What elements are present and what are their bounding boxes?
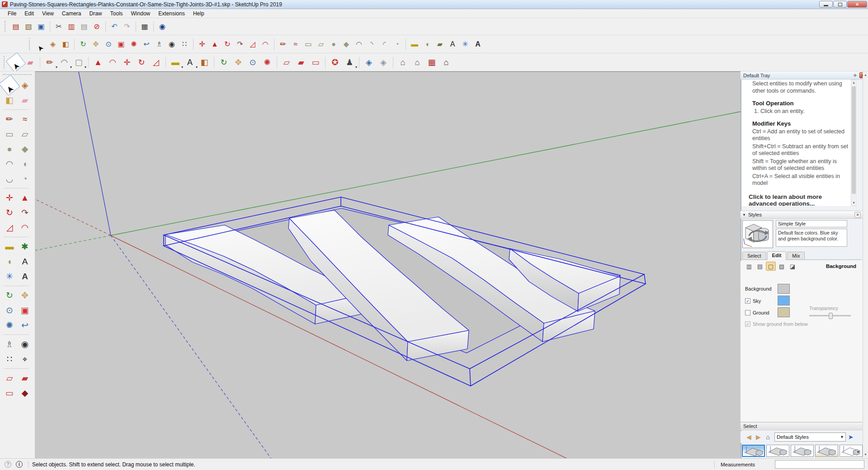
text-tool-icon[interactable]: A▾ (17, 254, 33, 269)
component-tool-icon[interactable]: ◈▾ (362, 55, 376, 70)
erase-button-icon[interactable]: ⊘▾ (90, 20, 103, 33)
tab-select[interactable]: Select (742, 252, 766, 259)
home-icon[interactable]: ⌂ (763, 432, 773, 442)
background-color-swatch[interactable] (778, 284, 790, 294)
make-component-tool-icon[interactable]: ◈▾ (17, 78, 33, 93)
offset-tool-icon[interactable]: ◠▾ (259, 38, 272, 51)
styles-close-icon[interactable]: ✕ (854, 212, 861, 218)
previous-view-tool-icon[interactable]: ↩▾ (17, 318, 33, 333)
walk-target-tool-icon[interactable]: ⌖▾ (17, 352, 33, 367)
close-button[interactable]: ✕ (847, 1, 867, 8)
eraser-tool-icon[interactable]: ▰▾ (434, 38, 446, 51)
transparency-slider[interactable] (809, 315, 851, 316)
zoom-extents-tool-icon[interactable]: ✺▾ (260, 55, 274, 70)
zoom-extents-tool-icon[interactable]: ✺▾ (127, 38, 140, 51)
background-settings-icon[interactable]: ▢ (766, 262, 776, 271)
scroll-up-icon[interactable]: ▴ (863, 72, 868, 78)
push-pull-tool-icon[interactable]: ▲▾ (17, 190, 33, 205)
menu-file[interactable]: File (4, 9, 20, 18)
zoom-window-tool-icon[interactable]: ▣▾ (115, 38, 127, 51)
orbit-tool-icon[interactable]: ↻▾ (2, 288, 17, 303)
3d-text-tool-icon[interactable]: A▾ (472, 38, 484, 51)
undo-button-icon[interactable]: ↶▾ (108, 20, 121, 33)
offset-tool-icon[interactable]: ◠▾ (105, 55, 120, 70)
follow-me-tool-icon[interactable]: ↷▾ (234, 38, 246, 51)
pie-tool-icon[interactable]: ◔▾ (391, 38, 403, 51)
toolbar-grip[interactable] (5, 21, 7, 33)
style-preview-thumbnail[interactable] (742, 220, 773, 248)
paint-bucket-tool-icon[interactable]: ◧▾ (197, 55, 212, 70)
tab-mix[interactable]: Mix (787, 252, 805, 259)
info-icon[interactable]: i (16, 461, 23, 468)
geolocation-help-icon[interactable]: ? (5, 461, 11, 468)
axes-tool-icon[interactable]: ✳▾ (2, 269, 17, 284)
rectangle-tool-icon[interactable]: ▭▾ (302, 38, 315, 51)
paint-bucket-tool-icon[interactable]: ◧▾ (2, 93, 17, 108)
tape-measure-tool-icon[interactable]: ▬▾ (168, 55, 183, 70)
rectangle-tool-icon[interactable]: ▭▾ (2, 127, 17, 141)
zoom-window-tool-icon[interactable]: ▣▾ (17, 303, 33, 318)
pin-icon[interactable]: ✛ (852, 72, 859, 78)
ground-color-swatch[interactable] (778, 307, 790, 317)
scrollbar-thumb[interactable] (852, 86, 856, 194)
style-thumbnail-4[interactable] (815, 445, 838, 457)
walk-tool-icon[interactable]: ∷▾ (2, 352, 17, 367)
ground-checkbox[interactable] (745, 310, 750, 315)
two-point-arc-tool-icon[interactable]: ◝▾ (365, 38, 378, 51)
add-location-tool-icon[interactable]: ✪▾ (328, 55, 342, 70)
rotate-tool-icon[interactable]: ↻▾ (2, 205, 17, 220)
move-tool-icon[interactable]: ✛▾ (2, 190, 17, 205)
scale-tool-icon[interactable]: ◿▾ (149, 55, 163, 70)
send-to-layout-icon[interactable]: ▦▾ (425, 55, 439, 70)
text-tool-icon[interactable]: A▾ (183, 55, 197, 70)
cut-button-icon[interactable]: ✂▾ (52, 20, 65, 33)
protractor-tool-icon[interactable]: ◖▾ (421, 38, 434, 51)
look-around-tool-icon[interactable]: ◉▾ (17, 337, 33, 352)
menu-edit[interactable]: Edit (20, 9, 38, 18)
minimize-button[interactable] (819, 1, 833, 8)
move-tool-icon[interactable]: ✛▾ (120, 55, 134, 70)
style-name-field[interactable]: Simple Style (776, 220, 847, 227)
circle-tool-icon[interactable]: ●▾ (2, 141, 17, 156)
line-tool-icon[interactable]: ✏▾ (42, 55, 57, 70)
style-thumbnail-2[interactable] (766, 445, 789, 457)
circle-tool-icon[interactable]: ●▾ (327, 38, 340, 51)
styles-panel-header[interactable]: ▼ Styles ✕ (741, 211, 863, 219)
menu-help[interactable]: Help (189, 9, 208, 18)
polygon-tool-icon[interactable]: ◆▾ (340, 38, 353, 51)
styles-collection-dropdown[interactable]: Default Styles ▼ (774, 432, 846, 442)
menu-draw[interactable]: Draw (85, 9, 106, 18)
menu-extensions[interactable]: Extensions (154, 9, 189, 18)
two-point-arc-tool-icon[interactable]: ◡▾ (2, 171, 17, 186)
axes-tool-icon[interactable]: ✳▾ (459, 38, 472, 51)
maximize-button[interactable] (833, 1, 847, 8)
section-cut-tool-icon[interactable]: ◆▾ (17, 385, 33, 400)
pan-tool-icon[interactable]: ✥▾ (231, 55, 245, 70)
section-fill-tool-icon[interactable]: ▰▾ (294, 55, 308, 70)
eraser-tool-icon[interactable]: ▰▾ (23, 55, 38, 70)
tab-edit[interactable]: Edit (767, 251, 787, 260)
zoom-tool-icon[interactable]: ⊙▾ (245, 55, 260, 70)
line-tool-icon[interactable]: ✏▾ (277, 38, 289, 51)
move-tool-icon[interactable]: ✛▾ (196, 38, 208, 51)
zoom-tool-icon[interactable]: ⊙▾ (102, 38, 115, 51)
polygon-tool-icon[interactable]: ◆▾ (17, 141, 33, 156)
freehand-tool-icon[interactable]: ≈▾ (17, 112, 33, 127)
sky-checkbox[interactable]: ✓ (745, 298, 750, 304)
freehand-tool-icon[interactable]: ≈▾ (289, 38, 302, 51)
new-button-icon[interactable]: ▤▾ (9, 20, 22, 33)
make-component-tool-icon[interactable]: ◈▾ (47, 38, 59, 51)
measurements-input[interactable] (775, 460, 864, 469)
toolbar-grip[interactable] (3, 74, 32, 76)
menu-tools[interactable]: Tools (106, 9, 127, 18)
details-arrow-icon[interactable]: ➤ (846, 432, 855, 442)
copy-button-icon[interactable]: ▥▾ (65, 20, 78, 33)
arc-tool-icon[interactable]: ◠▾ (2, 156, 17, 171)
rotated-rectangle-tool-icon[interactable]: ▱▾ (17, 127, 33, 141)
line-tool-icon[interactable]: ✏▾ (2, 112, 17, 127)
instructor-scrollbar[interactable]: ▴ ▾ (851, 80, 857, 206)
open-button-icon[interactable]: ▧▾ (22, 20, 35, 33)
style-description-field[interactable]: Default face colors. Blue sky and green … (776, 229, 847, 247)
style-thumbnail-3[interactable] (791, 445, 814, 457)
model-info-button-icon[interactable]: ◉▾ (156, 20, 169, 33)
